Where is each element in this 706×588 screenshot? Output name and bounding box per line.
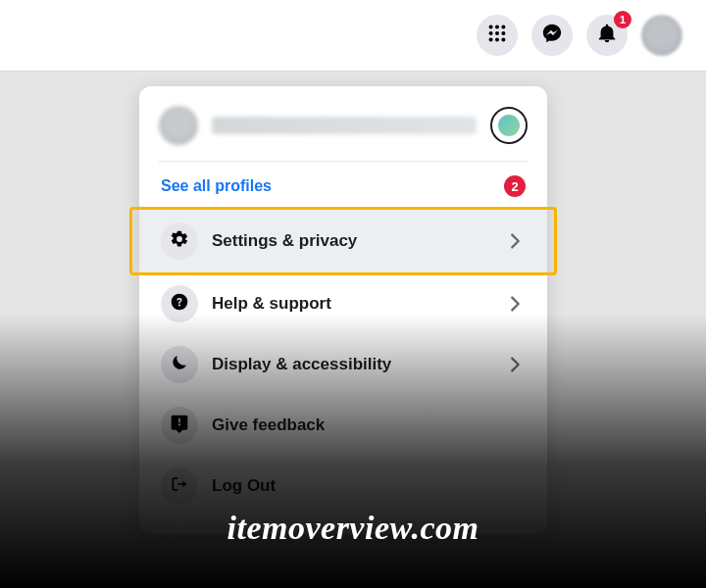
- feedback-icon: [170, 414, 189, 437]
- profile-name-redacted: [212, 117, 477, 134]
- gear-icon: [170, 229, 189, 253]
- svg-point-5: [501, 31, 505, 35]
- menu-item-label: Settings & privacy: [212, 231, 490, 251]
- menu-item-give-feedback[interactable]: Give feedback: [147, 395, 539, 456]
- messenger-button[interactable]: [531, 15, 573, 56]
- question-icon: [170, 292, 189, 316]
- svg-point-1: [495, 25, 499, 29]
- menu-item-display-accessibility[interactable]: Display & accessibility: [147, 334, 539, 395]
- menu-item-log-out[interactable]: Log Out: [147, 456, 539, 516]
- chevron-right-icon: [504, 293, 526, 315]
- svg-point-3: [489, 31, 493, 35]
- notification-badge: 1: [614, 11, 631, 28]
- story-ring-icon: [490, 107, 528, 144]
- divider: [159, 161, 528, 162]
- bell-icon: [596, 23, 618, 48]
- see-all-profiles-link[interactable]: See all profiles 2: [147, 164, 539, 209]
- menu-item-label: Log Out: [212, 476, 526, 496]
- grid-icon: [486, 23, 508, 48]
- menu-item-settings-privacy[interactable]: Settings & privacy: [139, 209, 547, 273]
- svg-point-8: [501, 37, 505, 41]
- chevron-right-icon: [504, 230, 526, 252]
- watermark-text: itemoverview.com: [0, 510, 706, 547]
- svg-point-2: [501, 25, 505, 29]
- notifications-button[interactable]: 1: [586, 15, 628, 56]
- menu-item-label: Display & accessibility: [212, 355, 490, 374]
- messenger-icon: [541, 23, 563, 48]
- svg-point-4: [495, 31, 499, 35]
- account-menu: See all profiles 2 Settings & privacy He…: [139, 86, 547, 534]
- logout-icon: [170, 474, 189, 498]
- profile-row[interactable]: [147, 96, 539, 155]
- account-avatar-button[interactable]: [641, 15, 682, 56]
- svg-point-7: [495, 37, 499, 41]
- apps-button[interactable]: [477, 15, 518, 56]
- svg-point-0: [489, 25, 493, 29]
- chevron-right-icon: [504, 354, 526, 375]
- svg-point-6: [489, 37, 493, 41]
- avatar: [159, 106, 198, 145]
- moon-icon: [170, 353, 189, 376]
- menu-item-label: Help & support: [212, 294, 490, 314]
- top-bar: 1: [0, 0, 706, 71]
- profiles-count-badge: 2: [504, 175, 526, 197]
- menu-item-label: Give feedback: [212, 416, 526, 435]
- menu-item-help-support[interactable]: Help & support: [147, 273, 539, 334]
- see-all-profiles-label: See all profiles: [161, 177, 272, 195]
